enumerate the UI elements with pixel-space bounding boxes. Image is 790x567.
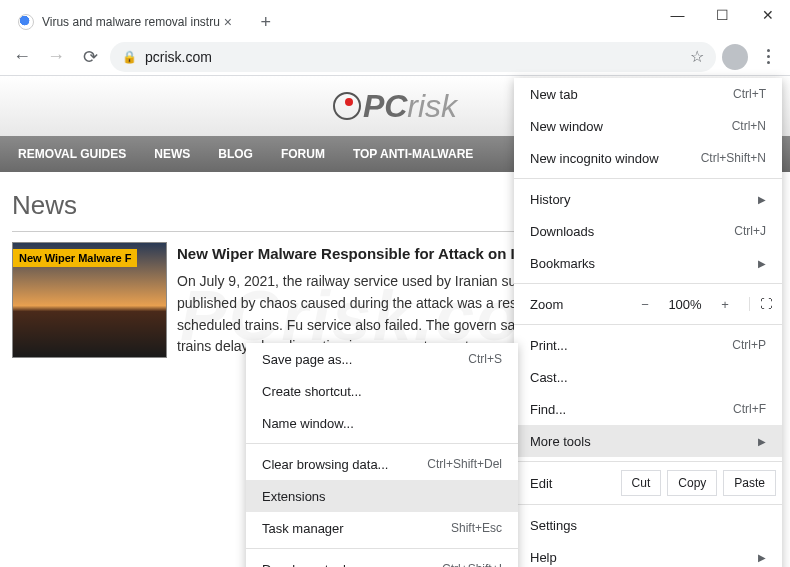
menu-item-new-window[interactable]: New windowCtrl+N — [514, 110, 782, 142]
menu-shortcut: Ctrl+N — [732, 119, 766, 133]
thumb-label: New Wiper Malware F — [13, 249, 137, 267]
chrome-main-menu: New tabCtrl+TNew windowCtrl+NNew incogni… — [514, 78, 782, 567]
browser-tab[interactable]: Virus and malware removal instru × — [8, 6, 246, 38]
menu-shortcut: Ctrl+P — [732, 338, 766, 352]
chrome-menu-button[interactable] — [754, 43, 782, 71]
zoom-out-button[interactable]: − — [633, 297, 657, 312]
submenu-item-create-shortcut-[interactable]: Create shortcut... — [246, 375, 518, 407]
more-tools-submenu: Save page as...Ctrl+SCreate shortcut...N… — [246, 343, 518, 567]
submenu-item-developer-tools[interactable]: Developer toolsCtrl+Shift+I — [246, 553, 518, 567]
maximize-button[interactable]: ☐ — [700, 0, 745, 30]
zoom-label: Zoom — [530, 297, 625, 312]
menu-item-help[interactable]: Help▶ — [514, 541, 782, 567]
menu-item-settings[interactable]: Settings — [514, 509, 782, 541]
menu-item-print-[interactable]: Print...Ctrl+P — [514, 329, 782, 361]
menu-shortcut: Ctrl+T — [733, 87, 766, 101]
favicon-icon — [18, 14, 34, 30]
menu-item-new-incognito-window[interactable]: New incognito windowCtrl+Shift+N — [514, 142, 782, 174]
site-logo[interactable]: PCrisk — [333, 88, 457, 125]
zoom-in-button[interactable]: + — [713, 297, 737, 312]
menu-separator — [514, 504, 782, 505]
menu-item-downloads[interactable]: DownloadsCtrl+J — [514, 215, 782, 247]
chevron-right-icon: ▶ — [758, 436, 766, 447]
edit-label: Edit — [530, 476, 615, 491]
menu-separator — [514, 324, 782, 325]
submenu-item-clear-browsing-data-[interactable]: Clear browsing data...Ctrl+Shift+Del — [246, 448, 518, 480]
zoom-value: 100% — [665, 297, 705, 312]
menu-item-label: Cast... — [530, 370, 568, 385]
menu-shortcut: Ctrl+Shift+N — [701, 151, 766, 165]
new-tab-button[interactable]: + — [252, 8, 280, 36]
submenu-item-extensions[interactable]: Extensions — [246, 480, 518, 512]
window-controls: — ☐ ✕ — [655, 0, 790, 30]
menu-item-cast-[interactable]: Cast... — [514, 361, 782, 393]
nav-forum[interactable]: FORUM — [281, 147, 325, 161]
submenu-item-save-page-as-[interactable]: Save page as...Ctrl+S — [246, 343, 518, 375]
back-button[interactable]: ← — [8, 43, 36, 71]
minimize-button[interactable]: — — [655, 0, 700, 30]
menu-item-label: Downloads — [530, 224, 594, 239]
address-bar[interactable]: 🔒 pcrisk.com ☆ — [110, 42, 716, 72]
close-tab-icon[interactable]: × — [220, 14, 236, 30]
tab-strip: Virus and malware removal instru × + — [0, 0, 655, 38]
cut-button[interactable]: Cut — [621, 470, 662, 496]
chevron-right-icon: ▶ — [758, 258, 766, 269]
menu-item-more-tools[interactable]: More tools▶ — [514, 425, 782, 457]
menu-item-label: History — [530, 192, 570, 207]
menu-item-history[interactable]: History▶ — [514, 183, 782, 215]
fullscreen-button[interactable]: ⛶ — [749, 297, 772, 311]
menu-item-label: Clear browsing data... — [262, 457, 388, 472]
menu-zoom-row: Zoom−100%+⛶ — [514, 288, 782, 320]
profile-avatar-icon[interactable] — [722, 44, 748, 70]
menu-item-label: Bookmarks — [530, 256, 595, 271]
menu-item-find-[interactable]: Find...Ctrl+F — [514, 393, 782, 425]
menu-shortcut: Ctrl+S — [468, 352, 502, 366]
submenu-item-name-window-[interactable]: Name window... — [246, 407, 518, 439]
logo-icon — [333, 92, 361, 120]
menu-item-label: Name window... — [262, 416, 354, 431]
reload-button[interactable]: ⟳ — [76, 43, 104, 71]
toolbar: ← → ⟳ 🔒 pcrisk.com ☆ — [0, 38, 790, 76]
chevron-right-icon: ▶ — [758, 552, 766, 563]
close-window-button[interactable]: ✕ — [745, 0, 790, 30]
tab-title: Virus and malware removal instru — [42, 15, 220, 29]
menu-separator — [514, 461, 782, 462]
menu-shortcut: Ctrl+Shift+Del — [427, 457, 502, 471]
submenu-item-task-manager[interactable]: Task managerShift+Esc — [246, 512, 518, 544]
menu-item-label: Developer tools — [262, 562, 352, 568]
nav-blog[interactable]: BLOG — [218, 147, 253, 161]
logo-text-2: risk — [407, 88, 457, 124]
menu-separator — [514, 178, 782, 179]
chevron-right-icon: ▶ — [758, 194, 766, 205]
menu-item-label: Help — [530, 550, 557, 565]
paste-button[interactable]: Paste — [723, 470, 776, 496]
copy-button[interactable]: Copy — [667, 470, 717, 496]
menu-shortcut: Shift+Esc — [451, 521, 502, 535]
menu-shortcut: Ctrl+J — [734, 224, 766, 238]
menu-item-label: Settings — [530, 518, 577, 533]
menu-separator — [246, 548, 518, 549]
bookmark-star-icon[interactable]: ☆ — [690, 47, 704, 66]
logo-text-1: PC — [363, 88, 407, 124]
menu-item-new-tab[interactable]: New tabCtrl+T — [514, 78, 782, 110]
menu-item-label: New window — [530, 119, 603, 134]
menu-separator — [514, 283, 782, 284]
nav-top-anti-malware[interactable]: TOP ANTI-MALWARE — [353, 147, 473, 161]
menu-separator — [246, 443, 518, 444]
titlebar: Virus and malware removal instru × + — ☐… — [0, 0, 790, 38]
article-thumbnail[interactable]: New Wiper Malware F — [12, 242, 167, 358]
menu-item-label: Extensions — [262, 489, 326, 504]
menu-item-label: Print... — [530, 338, 568, 353]
menu-shortcut: Ctrl+Shift+I — [442, 562, 502, 567]
menu-item-label: Save page as... — [262, 352, 352, 367]
nav-news[interactable]: NEWS — [154, 147, 190, 161]
menu-shortcut: Ctrl+F — [733, 402, 766, 416]
menu-item-label: New incognito window — [530, 151, 659, 166]
lock-icon: 🔒 — [122, 50, 137, 64]
menu-item-label: More tools — [530, 434, 591, 449]
menu-item-bookmarks[interactable]: Bookmarks▶ — [514, 247, 782, 279]
url-text: pcrisk.com — [145, 49, 682, 65]
menu-item-label: Task manager — [262, 521, 344, 536]
nav-removal-guides[interactable]: REMOVAL GUIDES — [18, 147, 126, 161]
forward-button[interactable]: → — [42, 43, 70, 71]
